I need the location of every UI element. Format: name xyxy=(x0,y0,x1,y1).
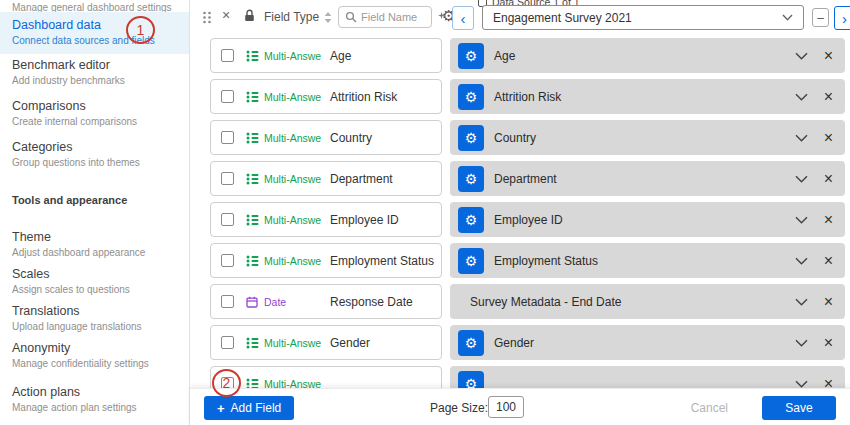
field-settings-button[interactable]: ⚙ xyxy=(458,43,484,69)
gear-icon: ⚙ xyxy=(465,253,478,269)
remove-field-icon[interactable]: × xyxy=(824,89,833,105)
remove-field-icon[interactable]: × xyxy=(824,48,833,64)
row-checkbox[interactable] xyxy=(221,254,234,267)
multi-answer-icon xyxy=(246,173,260,185)
page-size-input[interactable] xyxy=(488,396,524,418)
field-name: Response Date xyxy=(330,295,413,309)
datasource-dropdown[interactable]: Engagement Survey 2021 xyxy=(482,5,804,30)
field-card: Multi-Answe Employee ID xyxy=(210,202,442,237)
search-input[interactable] xyxy=(361,11,425,23)
sidebar-item-sub: Add industry benchmarks xyxy=(12,75,189,86)
row-checkbox[interactable] xyxy=(221,295,234,308)
lock-icon xyxy=(244,9,255,22)
drag-handle-icon[interactable] xyxy=(202,11,212,24)
field-card: Date Response Date xyxy=(210,284,442,319)
field-settings-button[interactable]: ⚙ xyxy=(458,166,484,192)
row-checkbox[interactable] xyxy=(221,336,234,349)
field-type-label: Multi-Answe xyxy=(264,255,322,267)
remove-datasource-button[interactable]: – xyxy=(812,8,829,27)
row-checkbox[interactable] xyxy=(221,90,234,103)
chevron-down-icon[interactable] xyxy=(795,134,808,142)
mapped-field-card[interactable]: ⚙ Age × xyxy=(450,38,845,73)
chevron-down-icon[interactable] xyxy=(795,298,808,306)
field-type-label: Date xyxy=(264,296,322,308)
save-button[interactable]: Save xyxy=(762,396,836,420)
remove-field-icon[interactable]: × xyxy=(824,253,833,269)
sidebar-item-dashboard-data[interactable]: Dashboard data Connect data sources and … xyxy=(0,12,189,54)
field-row: Multi-Answe Employee ID ⚙ Employee ID × xyxy=(190,202,850,237)
mapped-field-card[interactable]: ⚙ Survey Metadata - End Date × xyxy=(450,284,845,319)
row-checkbox[interactable] xyxy=(221,131,234,144)
chevron-down-icon[interactable] xyxy=(795,380,808,388)
mapped-field-label: Attrition Risk xyxy=(494,90,795,104)
chevron-down-icon[interactable] xyxy=(795,52,808,60)
mapped-field-card[interactable]: ⚙ Employment Status × xyxy=(450,243,845,278)
mapped-field-card[interactable]: ⚙ Employee ID × xyxy=(450,202,845,237)
mapped-field-card[interactable]: ⚙ Gender × xyxy=(450,325,845,360)
sidebar-item-label: Categories xyxy=(12,140,189,154)
gear-icon: ⚙ xyxy=(465,171,478,187)
field-name: Employee ID xyxy=(330,213,399,227)
sidebar-item-label: Action plans xyxy=(12,385,189,399)
sidebar-item-comparisons[interactable]: Comparisons Create internal comparisons xyxy=(0,99,189,127)
row-checkbox[interactable] xyxy=(221,213,234,226)
mapped-field-label: Department xyxy=(494,172,795,186)
field-type-label: Multi-Answe xyxy=(264,337,322,349)
previous-datasource-button[interactable]: ‹ xyxy=(452,6,474,30)
field-card: Multi-Answe Country xyxy=(210,120,442,155)
mapped-field-label: Country xyxy=(494,131,795,145)
sidebar-item-label: Scales xyxy=(12,267,189,281)
add-field-button[interactable]: + Add Field xyxy=(204,396,294,420)
gear-icon: ⚙ xyxy=(465,130,478,146)
remove-field-icon[interactable]: × xyxy=(824,171,833,187)
remove-field-icon[interactable]: × xyxy=(824,212,833,228)
sidebar-item-anonymity[interactable]: Anonymity Manage confidentiality setting… xyxy=(0,341,189,369)
sidebar-item-sub: Adjust dashboard appearance xyxy=(12,247,189,258)
field-row: Multi-Answe Age ⚙ Age × xyxy=(190,38,850,73)
sidebar-item-sub: Connect data sources and fields xyxy=(12,35,189,46)
plus-icon: + xyxy=(217,401,225,416)
field-row: Multi-Answe Gender ⚙ Gender × xyxy=(190,325,850,360)
chevron-down-icon[interactable] xyxy=(795,175,808,183)
field-settings-button[interactable]: ⚙ xyxy=(458,84,484,110)
sidebar-item-sub: Upload language translations xyxy=(12,321,189,332)
field-card: Multi-Answe Gender xyxy=(210,325,442,360)
mapped-field-card[interactable]: ⚙ Country × xyxy=(450,120,845,155)
sidebar-item-scales[interactable]: Scales Assign scales to questions xyxy=(0,267,189,295)
chevron-down-icon[interactable] xyxy=(795,257,808,265)
field-row: Multi-Answe Country ⚙ Country × xyxy=(190,120,850,155)
sidebar-item-label: Theme xyxy=(12,230,189,244)
chevron-down-icon[interactable] xyxy=(795,216,808,224)
sidebar-item-categories[interactable]: Categories Group questions into themes xyxy=(0,140,189,168)
close-icon[interactable]: × xyxy=(222,7,230,23)
field-type-label: Multi-Answe xyxy=(264,91,322,103)
mapped-field-card[interactable]: ⚙ Department × xyxy=(450,161,845,196)
field-type-label: Multi-Answe xyxy=(264,173,322,185)
mapped-field-label: Gender xyxy=(494,336,795,350)
mapped-field-card[interactable]: ⚙ Attrition Risk × xyxy=(450,79,845,114)
annotation-step-1: 1 xyxy=(126,16,155,44)
field-settings-button[interactable]: ⚙ xyxy=(458,125,484,151)
sidebar-item-theme[interactable]: Theme Adjust dashboard appearance xyxy=(0,230,189,258)
next-datasource-button[interactable]: › xyxy=(834,6,850,30)
mapped-field-label: Age xyxy=(494,49,795,63)
remove-field-icon[interactable]: × xyxy=(824,335,833,351)
remove-field-icon[interactable]: × xyxy=(824,130,833,146)
row-checkbox[interactable] xyxy=(221,49,234,62)
sidebar-item-action-plans[interactable]: Action plans Manage action plan settings xyxy=(0,385,189,413)
search-icon xyxy=(345,11,357,23)
chevron-down-icon xyxy=(782,14,793,21)
sidebar-item-benchmark-editor[interactable]: Benchmark editor Add industry benchmarks xyxy=(0,58,189,86)
sort-icon[interactable] xyxy=(324,12,332,23)
field-settings-button[interactable]: ⚙ xyxy=(458,207,484,233)
sidebar-item-translations[interactable]: Translations Upload language translation… xyxy=(0,304,189,332)
chevron-down-icon[interactable] xyxy=(795,339,808,347)
field-settings-button[interactable]: ⚙ xyxy=(458,330,484,356)
field-settings-button[interactable]: ⚙ xyxy=(458,248,484,274)
row-checkbox[interactable] xyxy=(221,172,234,185)
remove-field-icon[interactable]: × xyxy=(824,294,833,310)
chevron-down-icon[interactable] xyxy=(795,93,808,101)
field-name: Country xyxy=(330,131,372,145)
cancel-button[interactable]: Cancel xyxy=(691,401,728,415)
sidebar-item-label: Benchmark editor xyxy=(12,58,189,72)
